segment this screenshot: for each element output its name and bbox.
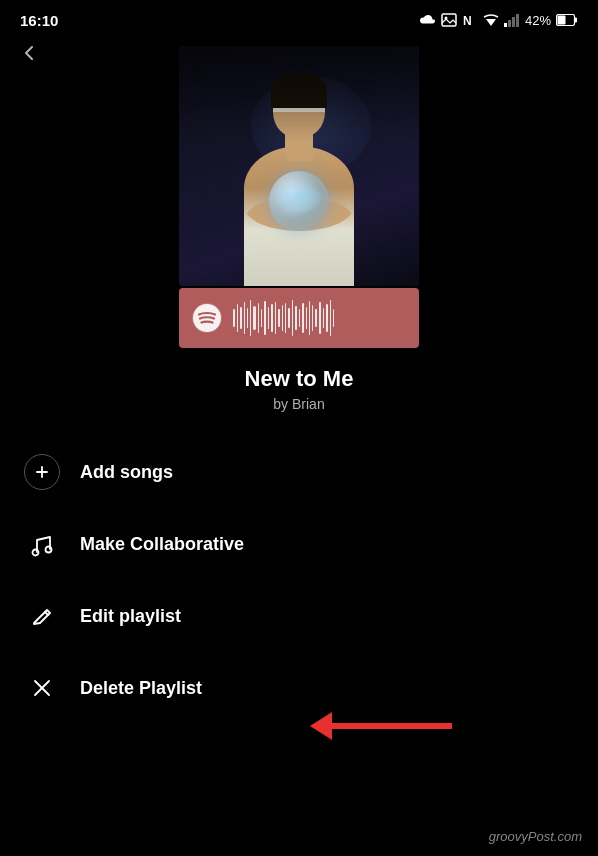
spotify-barcode — [233, 300, 407, 336]
barcode-bar — [237, 304, 238, 332]
author-name: Brian — [292, 396, 325, 412]
playlist-info: New to Me by Brian — [0, 366, 598, 412]
spotify-code-bar — [179, 288, 419, 348]
barcode-bar — [233, 309, 235, 327]
barcode-bar — [288, 308, 290, 328]
status-time: 16:10 — [20, 12, 58, 29]
barcode-bar — [240, 307, 242, 329]
battery-indicator: 42% — [525, 13, 551, 28]
signal-icon — [504, 13, 520, 27]
arrow-body — [332, 723, 452, 729]
barcode-bar — [319, 302, 321, 334]
status-icons: N 42% — [418, 12, 578, 28]
barcode-bar — [312, 305, 313, 331]
barcode-bar — [282, 305, 283, 331]
menu-item-delete-playlist[interactable]: Delete Playlist — [24, 652, 574, 724]
music-note-icon-wrap — [24, 526, 60, 562]
spotify-logo — [191, 302, 223, 334]
barcode-bar — [309, 301, 311, 335]
edit-playlist-label: Edit playlist — [80, 606, 181, 627]
barcode-bar — [271, 304, 273, 332]
delete-playlist-label: Delete Playlist — [80, 678, 202, 699]
playlist-artwork — [179, 46, 419, 286]
barcode-bar — [302, 303, 304, 333]
pencil-icon — [29, 603, 55, 629]
barcode-bar — [258, 303, 259, 333]
author-prefix: by — [273, 396, 288, 412]
arrow-annotation — [310, 712, 452, 740]
svg-rect-5 — [508, 20, 511, 27]
barcode-bar — [295, 306, 297, 330]
pencil-icon-wrap — [24, 598, 60, 634]
barcode-bar — [285, 303, 287, 333]
artwork-bg — [179, 46, 419, 286]
barcode-bar — [253, 306, 256, 330]
barcode-bar — [268, 307, 269, 329]
x-icon-wrap — [24, 670, 60, 706]
svg-rect-0 — [442, 14, 456, 26]
watermark: groovyPost.com — [489, 829, 582, 844]
barcode-bar — [244, 302, 245, 334]
cloud-icon — [418, 14, 436, 27]
barcode-bar — [330, 300, 331, 336]
image-icon — [441, 13, 457, 27]
status-bar: 16:10 N 42% — [0, 0, 598, 36]
playlist-author: by Brian — [20, 396, 578, 412]
svg-marker-3 — [486, 19, 496, 26]
back-button[interactable] — [20, 44, 38, 62]
menu-item-edit-playlist[interactable]: Edit playlist — [24, 580, 574, 652]
barcode-bar — [264, 301, 266, 335]
svg-rect-9 — [575, 18, 578, 23]
barcode-bar — [323, 308, 324, 328]
barcode-bar — [299, 309, 300, 327]
nfc-icon: N — [462, 12, 478, 28]
battery-icon — [556, 14, 578, 26]
barcode-bar — [275, 302, 276, 334]
barcode-bar — [333, 309, 334, 327]
music-note-icon — [28, 530, 56, 558]
barcode-bar — [278, 309, 280, 327]
menu-item-add-songs[interactable]: Add songs — [24, 436, 574, 508]
barcode-bar — [306, 307, 307, 329]
wifi-icon — [483, 14, 499, 27]
svg-rect-7 — [516, 14, 519, 27]
make-collaborative-label: Make Collaborative — [80, 534, 244, 555]
svg-rect-10 — [558, 16, 566, 25]
artwork-overlay — [179, 46, 419, 142]
add-songs-icon-wrap — [24, 454, 60, 490]
barcode-bar — [326, 304, 328, 332]
svg-rect-4 — [504, 23, 507, 27]
add-songs-label: Add songs — [80, 462, 173, 483]
svg-rect-6 — [512, 17, 515, 27]
barcode-bar — [250, 300, 251, 336]
barcode-bar — [315, 309, 317, 327]
menu-list: Add songs Make Collaborative Edit playli… — [0, 436, 598, 724]
menu-item-make-collaborative[interactable]: Make Collaborative — [24, 508, 574, 580]
x-icon — [29, 675, 55, 701]
artwork-container — [0, 36, 598, 348]
circle-plus-icon — [32, 462, 52, 482]
playlist-title: New to Me — [20, 366, 578, 392]
barcode-bar — [261, 309, 263, 327]
barcode-bar — [247, 308, 249, 328]
svg-text:N: N — [463, 14, 472, 28]
barcode-bar — [292, 300, 293, 336]
arrow-head — [310, 712, 332, 740]
